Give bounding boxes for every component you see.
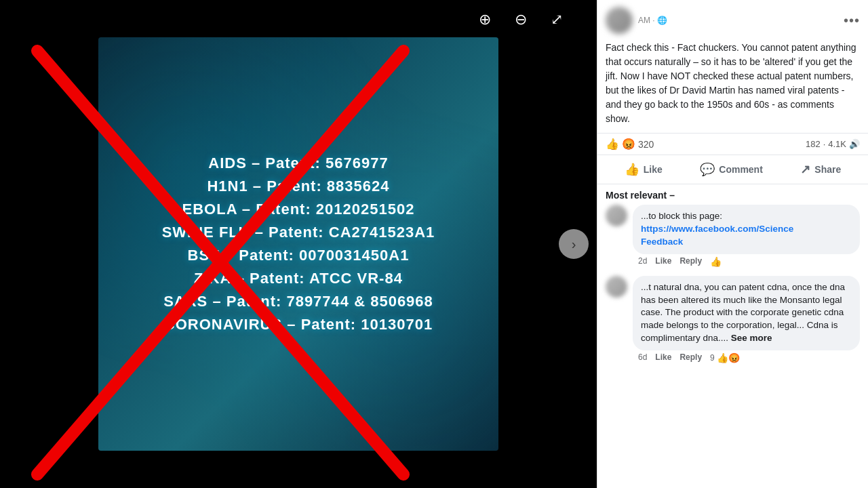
reactions-bar: 👍 😡 320 182 · 4.1K 🔊 <box>597 133 868 155</box>
comment-2-reaction-count: 9 <box>710 353 715 363</box>
patent-item-4: SWINE FLU – Patent: CA2741523A1 <box>162 224 435 241</box>
post-header-left: AM · 🌐 <box>606 7 667 34</box>
shares-count: 4.1K <box>828 139 846 149</box>
post-body: Fact check this - Fact chuckers. You can… <box>597 38 868 133</box>
patent-item-5: BSE – Patent: 0070031450A1 <box>188 247 410 264</box>
comment-2-age: 6d <box>638 352 647 363</box>
patent-item-6: ZIKA – Patent: ATCC VR-84 <box>194 270 403 287</box>
angry-reaction-icon: 😡 <box>622 138 635 150</box>
comment-2-actions: 6d Like Reply 9 👍😡 <box>633 350 860 365</box>
patent-item-7: SARS – Patent: 7897744 & 8506968 <box>163 293 433 310</box>
comment-2-like-button[interactable]: Like <box>655 352 671 363</box>
expand-button[interactable]: ⤢ <box>544 7 570 33</box>
comment-2-reaction-icons: 👍😡 <box>717 352 740 363</box>
post-timestamp: AM · 🌐 <box>638 16 667 25</box>
patent-item-3: EBOLA – Patent: 20120251502 <box>182 201 415 218</box>
comment-count: 182 <box>806 139 821 149</box>
post-author-avatar <box>606 7 633 34</box>
next-arrow-button[interactable]: › <box>559 229 589 259</box>
comment-icon: 💬 <box>700 162 715 177</box>
shares-icon: 🔊 <box>849 139 860 149</box>
comment-2-reply-button[interactable]: Reply <box>679 352 702 363</box>
background-network <box>98 37 498 451</box>
comment-1-bubble: ...to block this page: https://www.faceb… <box>633 205 860 254</box>
reactions-right: 182 · 4.1K 🔊 <box>806 139 860 149</box>
patent-image: AIDS – Patent: 5676977 H1N1 – Patent: 88… <box>98 37 498 451</box>
share-button[interactable]: ↗ Share <box>789 158 852 181</box>
see-more-button[interactable]: See more <box>731 333 772 343</box>
share-icon: ↗ <box>800 162 810 177</box>
comment-1-text-prefix: ...to block this page: <box>641 211 722 221</box>
action-buttons: 👍 Like 💬 Comment ↗ Share <box>597 155 868 184</box>
comment-1-reply-button[interactable]: Reply <box>679 256 702 267</box>
image-controls: ⊕ ⊖ ⤢ <box>472 7 570 33</box>
comment-1-avatar <box>606 205 627 226</box>
post-header: AM · 🌐 ••• <box>597 0 868 38</box>
zoom-in-button[interactable]: ⊕ <box>472 7 498 33</box>
comment-1-reaction: 👍 <box>710 256 722 267</box>
comment-2-reaction: 9 👍😡 <box>710 352 740 363</box>
comment-2: ...t natural dna, you can patent cdna, o… <box>606 276 860 365</box>
comment-section: ...to block this page: https://www.faceb… <box>597 205 868 365</box>
share-label: Share <box>814 164 841 175</box>
patent-item-1: AIDS – Patent: 5676977 <box>208 155 388 172</box>
comment-label: Comment <box>719 164 763 175</box>
comment-1-actions: 2d Like Reply 👍 <box>633 254 860 269</box>
zoom-out-button[interactable]: ⊖ <box>508 7 534 33</box>
most-relevant-label[interactable]: Most relevant – <box>597 184 868 205</box>
comment-button[interactable]: 💬 Comment <box>689 158 774 181</box>
comment-count-label: · <box>823 139 826 149</box>
like-label: Like <box>644 164 663 175</box>
thumbs-reaction-icon: 👍 <box>606 138 619 150</box>
comment-2-avatar <box>606 276 627 298</box>
comment-1: ...to block this page: https://www.faceb… <box>606 205 860 269</box>
patent-item-8: CORONAVIRUS – Patent: 10130701 <box>164 316 433 333</box>
reaction-count[interactable]: 320 <box>638 139 654 150</box>
comment-1-age: 2d <box>638 256 647 267</box>
left-panel: ⊕ ⊖ ⤢ AIDS – Patent: 5676977 H1N1 – Pate… <box>0 0 597 488</box>
comment-1-like-button[interactable]: Like <box>655 256 671 267</box>
comment-1-reaction-icon: 👍 <box>710 256 722 267</box>
reactions-left: 👍 😡 320 <box>606 138 654 150</box>
comment-2-bubble: ...t natural dna, you can patent cdna, o… <box>633 276 860 350</box>
comment-1-link[interactable]: https://www.facebook.com/Science Feedbac… <box>641 224 793 247</box>
right-panel: AM · 🌐 ••• Fact check this - Fact chucke… <box>597 0 868 488</box>
like-icon: 👍 <box>625 162 639 177</box>
like-button[interactable]: 👍 Like <box>614 158 673 181</box>
patent-item-2: H1N1 – Patent: 8835624 <box>207 178 389 195</box>
more-options-button[interactable]: ••• <box>844 13 860 28</box>
post-meta: AM · 🌐 <box>638 16 667 25</box>
